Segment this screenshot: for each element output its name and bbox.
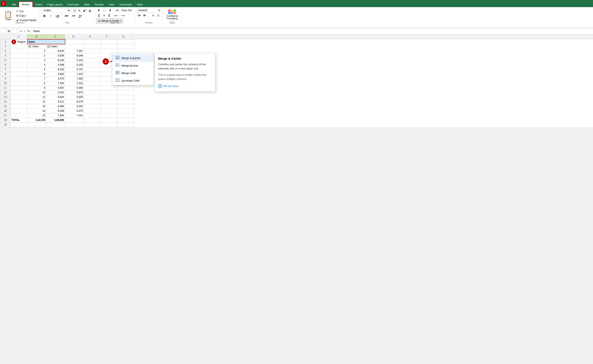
col-header-E[interactable]: E (82, 34, 98, 39)
wrap-text-button[interactable]: Wrap Text (120, 8, 133, 12)
col-header-G[interactable]: G (115, 34, 132, 39)
row-header-10[interactable]: 10 (0, 81, 11, 85)
align-middle-button[interactable]: ↔ (102, 8, 107, 13)
cell-G1[interactable] (118, 39, 134, 44)
cell-E2[interactable] (84, 44, 101, 49)
cell-E1[interactable] (84, 39, 101, 44)
table-row: 18 TOTAL 1,10,378 1,06,556 (0, 118, 134, 122)
row-header-11[interactable]: 11 (0, 85, 11, 90)
accounting-format-button[interactable]: $▾ (137, 13, 141, 18)
paste-button[interactable]: 📋 Paste (2, 8, 15, 23)
menu-item-merge-across[interactable]: Merge Across (112, 62, 154, 69)
tab-data[interactable]: Data (81, 2, 92, 7)
font-group-label: Font (65, 22, 69, 24)
align-top-button[interactable]: ⬆ (96, 8, 101, 13)
tab-review[interactable]: Review (92, 2, 106, 7)
svg-rect-13 (118, 79, 119, 80)
row-header-8[interactable]: 8 (0, 72, 11, 76)
cancel-formula-button[interactable]: ✕ (20, 30, 22, 33)
copy-button[interactable]: ⧉ Copy ▾ (15, 13, 37, 18)
row-header-15[interactable]: 15 (0, 104, 11, 109)
tab-home[interactable]: Home (19, 1, 33, 7)
row-header-18[interactable]: 18 (0, 118, 11, 122)
tab-view[interactable]: View (106, 2, 117, 7)
row-header-1[interactable]: 1 (0, 39, 11, 44)
col-header-F[interactable]: F (98, 34, 115, 39)
row-header-13[interactable]: 13 (0, 95, 11, 99)
col-header-D[interactable]: D (65, 34, 82, 39)
cell-A18[interactable]: TOTAL (11, 118, 27, 122)
decimal-decrease-button[interactable]: .0↓ (156, 13, 161, 17)
increase-indent-button[interactable]: ⟹ (120, 13, 126, 18)
decimal-increase-button[interactable]: .0↑ (151, 13, 156, 17)
cell-D1[interactable] (65, 39, 84, 44)
cell-A1[interactable]: 1 Region (11, 39, 27, 44)
percent-button[interactable]: % (142, 13, 147, 18)
cell-B18[interactable]: 1,10,378 (27, 118, 46, 122)
menu-item-merge-center[interactable]: Merge & Center (112, 54, 154, 62)
cell-B2[interactable]: Q1 Sales (27, 44, 46, 49)
cell-D2[interactable] (65, 44, 84, 49)
row-header-16[interactable]: 16 (0, 109, 11, 113)
bold-button[interactable]: B (42, 13, 47, 18)
paste-label: Paste (5, 18, 11, 20)
cell-B1-merged[interactable]: Sales (27, 39, 65, 44)
italic-button[interactable]: I (48, 13, 53, 18)
orientation-button[interactable]: ⤢▾ (114, 8, 120, 13)
tab-insert[interactable]: Insert (33, 2, 45, 7)
row-header-4[interactable]: 4 (0, 53, 11, 58)
cell-F2[interactable] (101, 44, 118, 49)
cut-button[interactable]: ✂ Cut (15, 9, 37, 13)
tab-page-layout[interactable]: Page Layout (45, 2, 65, 7)
font-decrease-button[interactable]: A- (88, 8, 93, 13)
menu-item-merge-cells[interactable]: Merge Cells (112, 69, 154, 77)
fill-color-button[interactable]: A▾ (71, 13, 76, 18)
align-right-button[interactable]: ☰ (107, 13, 112, 18)
align-left-button[interactable]: ☰ (96, 13, 101, 18)
row-header-19[interactable]: 19 (0, 122, 11, 127)
cell-C18[interactable]: 1,06,556 (46, 118, 65, 122)
tab-help[interactable]: Help (134, 2, 145, 7)
number-format-select[interactable]: General (137, 8, 161, 13)
menu-item-unmerge-cells[interactable]: Unmerge Cells (112, 77, 154, 84)
underline-button[interactable]: U▾ (54, 13, 61, 18)
row-header-6[interactable]: 6 (0, 63, 11, 67)
borders-button[interactable]: ⊞▾ (63, 13, 70, 18)
row-header-14[interactable]: 14 (0, 99, 11, 104)
formula-input[interactable] (31, 30, 593, 33)
merge-center-menu-icon (116, 56, 119, 60)
row-header-2[interactable]: 2 (0, 44, 11, 49)
cell-A2[interactable] (11, 44, 27, 49)
tab-developer[interactable]: Developer (117, 2, 134, 7)
name-box[interactable] (1, 29, 18, 33)
align-center-button[interactable]: ≡ (102, 13, 106, 18)
tooltip-link[interactable]: ? Tell me more (158, 84, 212, 88)
align-bottom-button[interactable]: ⬇ (108, 8, 113, 13)
cut-label: Cut (20, 10, 23, 13)
col-header-C[interactable]: C (46, 34, 65, 39)
cell-G2[interactable] (118, 44, 134, 49)
col-header-B[interactable]: B (27, 34, 46, 39)
tab-file[interactable]: File (9, 2, 19, 7)
confirm-formula-button[interactable]: ✓ (24, 30, 26, 33)
col-header-A[interactable]: A (10, 34, 27, 39)
cell-F1[interactable] (101, 39, 118, 44)
row-header-5[interactable]: 5 (0, 58, 11, 63)
row-header-3[interactable]: 3 (0, 49, 11, 53)
font-increase-button[interactable]: A+ (82, 8, 87, 13)
row-header-7[interactable]: 7 (0, 67, 11, 72)
comma-button[interactable]: , (147, 13, 150, 18)
row-header-9[interactable]: 9 (0, 76, 11, 81)
font-size-select[interactable]: 11 (71, 8, 81, 13)
font-color-button[interactable]: A▾ (77, 13, 83, 18)
decrease-indent-button[interactable]: ⟸ (113, 13, 119, 18)
row-header-17[interactable]: 17 (0, 113, 11, 118)
tab-formulas[interactable]: Formulas (65, 2, 81, 7)
row-header-12[interactable]: 12 (0, 90, 11, 95)
merge-cells-menu-icon (116, 71, 119, 75)
conditional-formatting-button[interactable]: Conditional Formatting ▾ (165, 9, 180, 23)
cell-C2[interactable]: Q2 Sales (46, 44, 65, 49)
insert-function-button[interactable]: fx (27, 30, 30, 33)
tooltip-secondary: This is a great way to create a label th… (158, 73, 212, 81)
font-family-select[interactable]: Calibri (42, 8, 71, 13)
